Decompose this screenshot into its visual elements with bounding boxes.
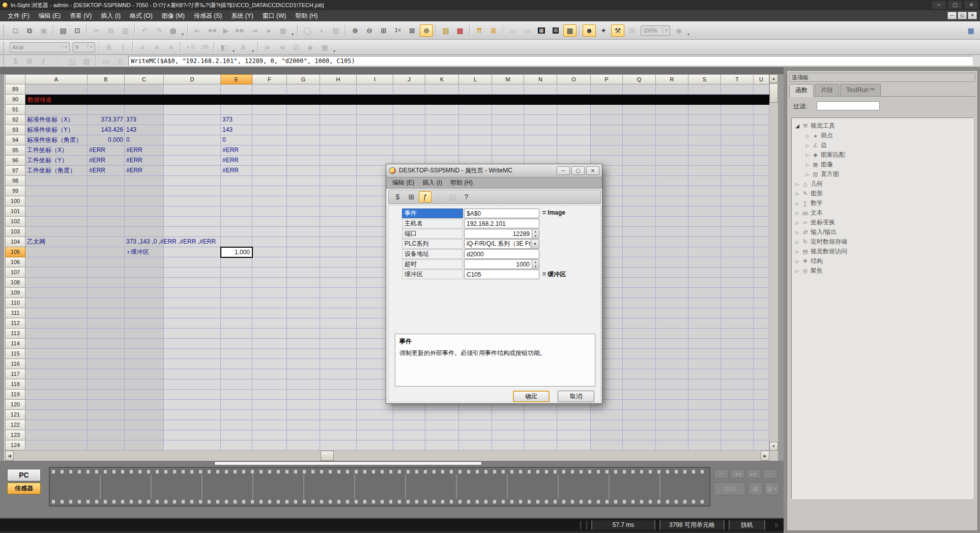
go-last-icon[interactable]: ⇥ (248, 24, 261, 37)
film-forward-icon[interactable]: ▶▶ (746, 469, 761, 479)
field-input-hostname[interactable]: 192.168.2.101 (464, 219, 539, 228)
tree-item-vision-tools[interactable]: ◢⚒视觉工具 (792, 121, 973, 131)
zoom-fit-icon[interactable]: ⊠ (406, 24, 419, 37)
column-header-M[interactable]: M (492, 74, 524, 84)
tree-item-image[interactable]: ▷▦图像 (792, 160, 973, 169)
row-header-116[interactable]: 116 (5, 359, 25, 369)
view-image-icon[interactable]: ▦ (535, 24, 548, 37)
mdi-close-button[interactable]: ✕ (968, 12, 977, 19)
vertical-scrollbar[interactable]: ▲ ▼ (769, 74, 778, 451)
column-header-T[interactable]: T (721, 74, 754, 84)
copy-icon[interactable]: ⧉ (104, 24, 118, 37)
filmstrip-view-icon[interactable]: ▦ (276, 24, 290, 37)
field-label-timeout[interactable]: 超时 (402, 259, 463, 269)
resize-region-icon[interactable]: ◱ (66, 55, 79, 67)
cell-E93[interactable]: 143 (221, 125, 315, 135)
row-header-124[interactable]: 124 (5, 440, 25, 451)
decrease-decimal-icon[interactable]: .00 (198, 41, 211, 53)
field-label-event[interactable]: 事件 (402, 209, 463, 218)
row-header-118[interactable]: 118 (5, 379, 25, 390)
column-header-Q[interactable]: Q (623, 74, 656, 84)
user-access-icon[interactable]: ☻ (583, 24, 596, 37)
tree-item-vision-data-access[interactable]: ▷▤视觉数据访问 (792, 247, 973, 256)
palette-grid-icon[interactable]: ▦ (964, 24, 977, 37)
print-preview-icon[interactable]: ⊡ (71, 24, 84, 37)
cell-C104[interactable]: 373 ,143 ,0 ,#ERR ,#ERR ,#ERR (125, 237, 242, 247)
insert-table-icon[interactable]: ⊞ (23, 55, 36, 67)
zoom-region-icon[interactable]: ⊞ (377, 24, 390, 37)
column-header-R[interactable]: R (656, 74, 688, 84)
column-header-O[interactable]: O (557, 74, 591, 84)
film-last-icon[interactable]: ⇥ (763, 469, 777, 479)
scroll-down-icon[interactable]: ▼ (769, 442, 778, 451)
row-header-106[interactable]: 106 (5, 257, 25, 268)
fill-color-icon[interactable]: ◧ (217, 41, 230, 53)
menu-system[interactable]: 系统 (Y) (226, 11, 257, 21)
image-region-icon[interactable]: ▧ (329, 24, 342, 37)
row-header-101[interactable]: 101 (5, 206, 25, 217)
tab-functions[interactable]: 函数 (789, 84, 814, 97)
font-color-icon[interactable]: A (237, 41, 250, 53)
open-job-icon[interactable]: ⧉ (23, 24, 36, 37)
menu-format[interactable]: 格式 (O) (125, 11, 157, 21)
row-header-104[interactable]: 104 (5, 237, 25, 247)
row-header-92[interactable]: 92 (5, 115, 25, 125)
vertical-scroll-thumb[interactable] (769, 83, 778, 103)
increase-decimal-icon[interactable]: +.0 (184, 41, 197, 53)
record-icon[interactable]: ● (262, 24, 275, 37)
toolbar-overflow-icon[interactable]: ▾ (290, 24, 295, 37)
sensor-setup-icon[interactable]: ⚒ (611, 24, 624, 37)
tree-item-focus[interactable]: ▷◎聚焦 (792, 266, 973, 276)
lasso-select-icon[interactable]: ◌ (433, 191, 445, 202)
menu-edit[interactable]: 编辑 (E) (34, 11, 65, 21)
row-header-111[interactable]: 111 (5, 308, 25, 318)
filter-input[interactable] (817, 101, 880, 110)
insert-table-icon[interactable]: ⊞ (405, 191, 418, 202)
align-right-icon[interactable]: ≡ (164, 41, 178, 53)
validate-cells-icon[interactable]: ☑ (290, 41, 303, 53)
row-header-112[interactable]: 112 (5, 318, 25, 329)
save-job-icon[interactable]: ▣ (37, 24, 50, 37)
row-header-98[interactable]: 98 (5, 176, 25, 186)
film-first-icon[interactable]: ⇤ (714, 469, 729, 479)
row-header-97[interactable]: 97 (5, 166, 25, 176)
absolute-reference-icon[interactable]: $ (9, 55, 22, 67)
insert-image-icon[interactable]: ▧ (80, 55, 93, 67)
row-header-96[interactable]: 96 (5, 156, 25, 166)
select-all-corner[interactable] (5, 74, 25, 84)
absolute-reference-icon[interactable]: $ (391, 191, 404, 202)
menu-insert[interactable]: 插入 (I) (96, 11, 125, 21)
toolbar-overflow-icon[interactable]: ▾ (180, 24, 185, 37)
phone-support-icon[interactable]: ☏ (625, 24, 639, 37)
menu-image[interactable]: 图像 (M) (157, 11, 189, 21)
spinner-port[interactable]: ▲▼ (532, 229, 539, 238)
toolbar-grip[interactable] (3, 42, 6, 53)
spinner-timeout[interactable]: ▲▼ (532, 260, 539, 269)
toolbar-overflow-icon[interactable]: ▾ (250, 41, 255, 53)
column-header-H[interactable]: H (320, 74, 357, 84)
column-header-K[interactable]: K (425, 74, 459, 84)
row-header-89[interactable]: 89 (5, 84, 25, 95)
row-header-93[interactable]: 93 (5, 125, 25, 135)
row-header-120[interactable]: 120 (5, 400, 25, 410)
film-save-icon[interactable]: ▦ (748, 482, 763, 495)
insert-structure-icon[interactable]: ⊳ (261, 41, 274, 53)
mdi-restore-button[interactable]: ◱ (958, 12, 967, 19)
align-center-icon[interactable]: ≡ (150, 41, 163, 53)
remove-structure-icon[interactable]: ⊲ (275, 41, 289, 53)
view-overlay-icon[interactable]: ⊞ (549, 24, 562, 37)
menu-help[interactable]: 帮助 (H) (291, 11, 322, 21)
tree-item-timed-data-storage[interactable]: ▷↻定时数据存储 (792, 237, 973, 247)
cell-E96[interactable]: #ERR (221, 156, 315, 166)
column-header-U[interactable]: U (754, 74, 769, 84)
tree-item-pattern-match[interactable]: ▷◆图案匹配 (792, 150, 973, 160)
field-input-timeout[interactable]: 1000▲▼ (464, 259, 539, 269)
film-rewind-icon[interactable]: ◀◀ (730, 469, 745, 479)
zoom-pointer-icon[interactable]: ⊛ (420, 24, 433, 37)
cell-E97[interactable]: #ERR (221, 166, 315, 176)
tab-testrun[interactable]: TestRun™ (840, 84, 881, 96)
row-header-114[interactable]: 114 (5, 339, 25, 349)
resize-region-icon[interactable]: ◱ (446, 191, 459, 202)
toolbar-grip[interactable] (3, 25, 6, 36)
dialog-title-bar[interactable]: DESKTOP-SSP5MND - 属性页 - WriteMC ─ ▢ ✕ (386, 164, 602, 177)
